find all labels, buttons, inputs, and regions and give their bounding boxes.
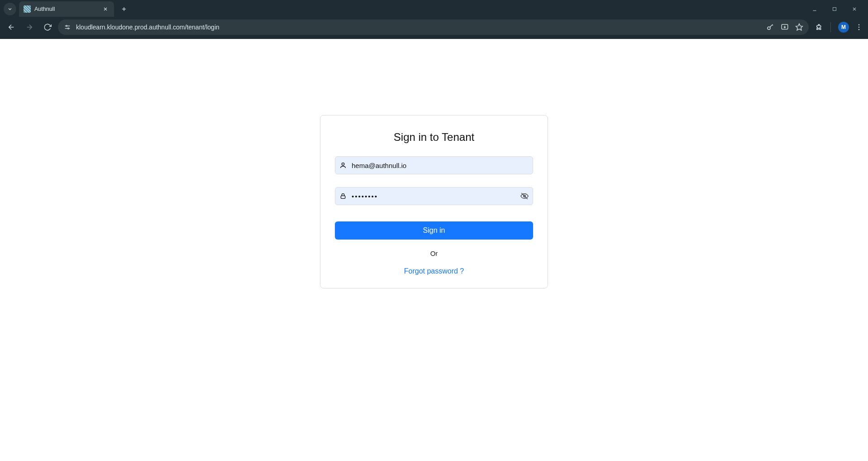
login-heading: Sign in to Tenant xyxy=(335,131,533,144)
toolbar-divider xyxy=(830,22,831,32)
toolbar-right: M xyxy=(815,22,864,33)
svg-point-14 xyxy=(768,27,770,29)
tab-search-dropdown[interactable] xyxy=(4,3,16,15)
tab-close-button[interactable] xyxy=(101,5,110,13)
install-app-button[interactable] xyxy=(781,23,789,31)
browser-menu-button[interactable] xyxy=(854,23,864,31)
window-maximize-button[interactable] xyxy=(825,2,844,16)
site-settings-button[interactable] xyxy=(63,23,72,31)
new-tab-button[interactable] xyxy=(118,3,130,15)
tune-icon xyxy=(64,24,71,31)
lock-icon xyxy=(339,192,347,200)
user-icon xyxy=(339,162,347,169)
svg-point-21 xyxy=(342,163,344,165)
divider-or: Or xyxy=(335,250,533,257)
password-field-wrapper xyxy=(335,187,533,205)
address-bar[interactable]: kloudlearn.kloudone.prod.authnull.com/te… xyxy=(58,19,809,35)
minimize-icon xyxy=(812,6,817,12)
close-icon xyxy=(852,6,857,12)
svg-rect-22 xyxy=(341,196,345,198)
install-icon xyxy=(781,23,789,31)
arrow-left-icon xyxy=(7,23,15,31)
bookmark-button[interactable] xyxy=(795,23,803,31)
password-key-icon[interactable] xyxy=(766,23,774,31)
eye-off-icon xyxy=(520,192,529,200)
svg-point-20 xyxy=(858,29,859,30)
profile-avatar[interactable]: M xyxy=(838,22,849,33)
svg-point-19 xyxy=(858,27,859,28)
toggle-password-visibility[interactable] xyxy=(520,192,529,200)
window-close-button[interactable] xyxy=(844,2,864,16)
back-button[interactable] xyxy=(4,19,19,35)
email-field-wrapper xyxy=(335,156,533,174)
svg-point-13 xyxy=(68,28,69,29)
browser-toolbar: kloudlearn.kloudone.prod.authnull.com/te… xyxy=(0,18,868,39)
extensions-button[interactable] xyxy=(815,23,823,31)
key-icon xyxy=(766,23,774,31)
more-vertical-icon xyxy=(855,23,863,31)
plus-icon xyxy=(121,6,127,12)
tab-title: Authnull xyxy=(34,6,98,12)
browser-titlebar: Authnull xyxy=(0,0,868,18)
login-card: Sign in to Tenant Sign in Or Forgot pass… xyxy=(320,115,548,288)
chevron-down-icon xyxy=(7,6,13,12)
page-viewport: Sign in to Tenant Sign in Or Forgot pass… xyxy=(0,39,868,461)
forgot-password-link[interactable]: Forgot password ? xyxy=(335,267,533,275)
reload-button[interactable] xyxy=(40,19,55,35)
email-input[interactable] xyxy=(335,156,533,174)
reload-icon xyxy=(43,23,52,31)
sign-in-button[interactable]: Sign in xyxy=(335,221,533,240)
svg-marker-17 xyxy=(796,24,803,30)
browser-tab[interactable]: Authnull xyxy=(19,1,114,17)
puzzle-icon xyxy=(815,23,823,31)
tab-favicon xyxy=(24,5,31,13)
close-icon xyxy=(103,6,108,12)
svg-point-18 xyxy=(858,24,859,25)
forward-button[interactable] xyxy=(22,19,37,35)
password-input[interactable] xyxy=(335,187,533,205)
arrow-right-icon xyxy=(25,23,33,31)
browser-chrome: Authnull xyxy=(0,0,868,39)
maximize-icon xyxy=(832,6,837,12)
url-text: kloudlearn.kloudone.prod.authnull.com/te… xyxy=(76,24,219,31)
svg-point-11 xyxy=(66,25,67,27)
star-icon xyxy=(795,23,803,31)
svg-rect-5 xyxy=(833,8,836,11)
window-minimize-button[interactable] xyxy=(805,2,825,16)
